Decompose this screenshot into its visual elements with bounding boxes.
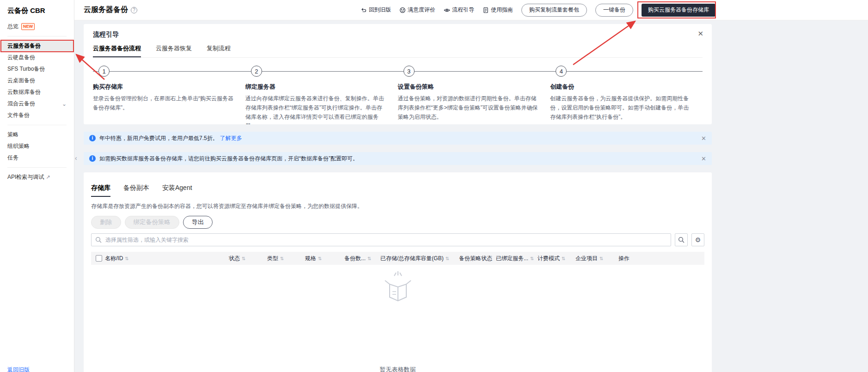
step-title: 绑定服务器 <box>245 83 398 91</box>
guide-card-title: 流程引导 <box>93 30 703 39</box>
sidebar-item-label: 组织策略 <box>7 142 30 150</box>
export-button[interactable]: 导出 <box>183 216 213 229</box>
close-icon[interactable]: ✕ <box>697 30 703 38</box>
delete-button[interactable]: 删除 <box>91 216 121 229</box>
sidebar-item-api-explorer[interactable]: API检索与调试 ↗ <box>0 171 74 183</box>
column-policy-status[interactable]: 备份策略状态 <box>456 255 493 262</box>
sort-icon[interactable]: ⇅ <box>562 256 565 261</box>
column-used-capacity[interactable]: 已存储/总存储库容量(GB) ⇅ <box>378 255 456 262</box>
sidebar-item-label: 混合云备份 <box>7 100 35 108</box>
sort-icon[interactable]: ⇅ <box>530 256 534 261</box>
column-status[interactable]: 状态 ⇅ <box>226 255 264 262</box>
sidebar-item-org-policy[interactable]: 组织策略 <box>0 140 74 152</box>
sidebar-item-disk-backup[interactable]: 云硬盘备份 <box>0 52 74 63</box>
info-icon: i <box>89 135 96 141</box>
banner-text: 年中特惠，新用户免费试用，老用户最低7.5折。 <box>99 134 218 142</box>
link-label: 使用指南 <box>491 6 513 14</box>
gear-icon: ⚙ <box>695 236 701 244</box>
tab-server-backup-flow[interactable]: 云服务器备份流程 <box>93 44 141 57</box>
sidebar-item-sfs-turbo-backup[interactable]: SFS Turbo备份 <box>0 63 74 75</box>
tab-backups[interactable]: 备份副本 <box>123 184 149 197</box>
buy-replication-package-button[interactable]: 购买复制流量套餐包 <box>521 4 587 17</box>
back-to-old-version-link[interactable]: 回到旧版 <box>361 6 391 14</box>
tab-replication-flow[interactable]: 复制流程 <box>207 44 231 57</box>
sidebar-item-label: 云服务器备份 <box>7 42 41 50</box>
table-settings-button[interactable]: ⚙ <box>691 233 704 246</box>
chevron-down-icon: ⌄ <box>62 101 67 107</box>
column-spec[interactable]: 规格 ⇅ <box>302 255 342 262</box>
step-number: 2 <box>251 66 262 77</box>
one-click-backup-button[interactable]: 一键备份 <box>595 4 633 17</box>
guide-step-4: 4 创建备份 创建云服务器备份，为云服务器提供保护。如需周期性备份，设置启用的备… <box>550 65 703 124</box>
column-bound-servers[interactable]: 已绑定服务... ⇅ <box>493 255 535 262</box>
sidebar-collapse-icon[interactable]: ‹ <box>75 152 80 164</box>
sidebar-item-policy[interactable]: 策略 <box>0 129 74 140</box>
guide-tabs: 云服务器备份流程 云服务器恢复 复制流程 <box>93 44 703 58</box>
step-title: 购买存储库 <box>93 83 245 91</box>
sort-icon[interactable]: ⇅ <box>125 256 128 261</box>
step-number: 4 <box>556 66 567 77</box>
sidebar-item-database-backup[interactable]: 云数据库备份 <box>0 86 74 98</box>
select-all-checkbox[interactable] <box>96 255 102 262</box>
close-icon[interactable]: ✕ <box>701 135 706 142</box>
divider <box>7 167 67 168</box>
tab-vaults[interactable]: 存储库 <box>91 184 110 197</box>
sidebar-item-file-backup[interactable]: 文件备份 <box>0 110 74 121</box>
empty-box-icon <box>380 270 416 305</box>
sort-icon[interactable]: ⇅ <box>242 256 245 261</box>
sidebar: 云备份 CBR 总览 NEW 云服务器备份 云硬盘备份 SFS Turbo备份 … <box>0 0 74 372</box>
sidebar-item-desktop-backup[interactable]: 云桌面备份 <box>0 75 74 86</box>
step-description: 通过向存储库绑定云服务器来进行备份、复制操作。单击存储库列表操作栏“绑定服务器”… <box>245 94 398 124</box>
sidebar-item-server-backup[interactable]: 云服务器备份 <box>0 40 74 52</box>
divider <box>7 36 67 37</box>
sort-icon[interactable]: ⇅ <box>280 256 284 261</box>
sort-icon[interactable]: ⇅ <box>599 256 603 261</box>
document-icon <box>483 7 489 13</box>
sidebar-item-overview[interactable]: 总览 NEW <box>0 21 74 32</box>
step-description: 通过备份策略，对资源的数据进行周期性备份。单击存储库列表操作栏“更多>绑定备份策… <box>398 94 550 122</box>
sort-icon[interactable]: ⇅ <box>367 256 371 261</box>
promo-banner: i 年中特惠，新用户免费试用，老用户最低7.5折。 了解更多 ✕ <box>84 132 712 145</box>
sidebar-item-tasks[interactable]: 任务 <box>0 152 74 164</box>
bind-policy-button[interactable]: 绑定备份策略 <box>125 216 179 229</box>
eye-icon <box>444 7 450 13</box>
user-guide-link[interactable]: 使用指南 <box>483 6 513 14</box>
return-icon <box>361 7 367 13</box>
search-icon <box>95 237 102 243</box>
content-area: 流程引导 ✕ 云服务器备份流程 云服务器恢复 复制流程 1 购买存储库 登录云备… <box>74 20 868 372</box>
step-description: 登录云备份管理控制台，在界面右上角单击“购买云服务器备份存储库”。 <box>93 94 245 113</box>
sort-icon[interactable]: ⇅ <box>446 256 449 261</box>
guide-step-1: 1 购买存储库 登录云备份管理控制台，在界面右上角单击“购买云服务器备份存储库”… <box>93 65 245 124</box>
table-actions: 删除 绑定备份策略 导出 <box>91 216 704 229</box>
sidebar-item-label: 文件备份 <box>7 111 30 119</box>
guide-step-3: 3 设置备份策略 通过备份策略，对资源的数据进行周期性备份。单击存储库列表操作栏… <box>398 65 550 124</box>
help-icon[interactable]: ? <box>131 7 137 13</box>
buy-server-backup-vault-button[interactable]: 购买云服务器备份存储库 <box>642 4 715 17</box>
sidebar-item-label: 任务 <box>7 154 18 162</box>
column-billing-mode[interactable]: 计费模式 ⇅ <box>535 255 573 262</box>
table-header: 名称/ID ⇅ 状态 ⇅ 类型 ⇅ 规格 ⇅ 备份数... ⇅ 已存储/总存储库… <box>91 252 704 265</box>
column-operation: 操作 <box>616 255 704 262</box>
column-name-id[interactable]: 名称/ID ⇅ <box>102 255 226 262</box>
satisfaction-survey-link[interactable]: 满意度评价 <box>399 6 435 14</box>
sidebar-item-label: 云数据库备份 <box>7 88 41 96</box>
sidebar-item-label: 云桌面备份 <box>7 77 35 85</box>
learn-more-link[interactable]: 了解更多 <box>220 134 242 142</box>
tab-server-restore[interactable]: 云服务器恢复 <box>156 44 192 57</box>
close-icon[interactable]: ✕ <box>701 155 706 162</box>
banner-text: 如需购买数据库服务器备份存储库，请您前往购买云服务器备份存储库页面，开启“数据库… <box>99 155 358 163</box>
page-title: 云服务器备份 ? <box>84 5 137 15</box>
search-input[interactable] <box>91 233 671 246</box>
sort-icon[interactable]: ⇅ <box>318 256 322 261</box>
search-submit-button[interactable] <box>675 233 688 246</box>
column-backup-count[interactable]: 备份数... ⇅ <box>342 255 378 262</box>
service-title: 云备份 CBR <box>0 0 74 21</box>
process-guide-link[interactable]: 流程引导 <box>444 6 474 14</box>
back-to-old-link[interactable]: 返回旧版 <box>7 366 30 372</box>
link-label: 满意度评价 <box>408 6 435 14</box>
smiley-icon <box>399 7 406 13</box>
column-enterprise-project[interactable]: 企业项目 ⇅ <box>573 255 616 262</box>
column-type[interactable]: 类型 ⇅ <box>264 255 302 262</box>
tab-install-agent[interactable]: 安装Agent <box>162 184 192 197</box>
sidebar-item-hybrid-backup[interactable]: 混合云备份 ⌄ <box>0 98 74 110</box>
